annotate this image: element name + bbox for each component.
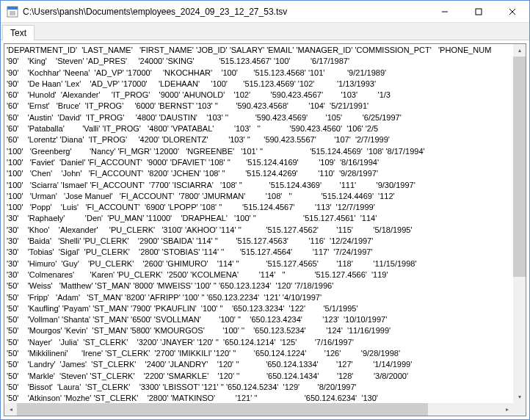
window-controls bbox=[428, 1, 529, 23]
window-frame: C:\Users\pansh\Documents\employees_2024_… bbox=[0, 0, 530, 420]
vertical-scrollbar[interactable]: ▴ ▾ bbox=[513, 44, 526, 403]
svg-rect-6 bbox=[476, 9, 482, 15]
window-title: C:\Users\pansh\Documents\employees_2024_… bbox=[23, 7, 428, 17]
hscroll-track[interactable] bbox=[17, 403, 501, 416]
svg-rect-1 bbox=[7, 7, 18, 10]
tab-text[interactable]: Text bbox=[2, 25, 35, 40]
scroll-down-button[interactable]: ▾ bbox=[513, 391, 526, 403]
text-body[interactable]: 'DEPARTMENT_ID' 'LAST_NAME' 'FIRST_NAME'… bbox=[4, 44, 513, 403]
scroll-left-button[interactable]: ◂ bbox=[4, 403, 17, 416]
scroll-right-button[interactable]: ▸ bbox=[501, 403, 513, 416]
vscroll-track[interactable] bbox=[513, 57, 526, 391]
hscroll-thumb[interactable] bbox=[17, 403, 428, 416]
horizontal-scrollbar[interactable]: ◂ ▸ bbox=[4, 403, 513, 416]
minimize-button[interactable] bbox=[428, 1, 462, 23]
app-icon bbox=[7, 6, 18, 18]
maximize-button[interactable] bbox=[462, 1, 495, 23]
scroll-up-button[interactable]: ▴ bbox=[513, 44, 526, 57]
tab-bar: Text bbox=[1, 23, 529, 40]
titlebar[interactable]: C:\Users\pansh\Documents\employees_2024_… bbox=[1, 1, 529, 23]
content-area: 'DEPARTMENT_ID' 'LAST_NAME' 'FIRST_NAME'… bbox=[1, 40, 529, 419]
vscroll-thumb[interactable] bbox=[513, 57, 526, 277]
scroll-corner bbox=[513, 403, 526, 416]
text-panel: 'DEPARTMENT_ID' 'LAST_NAME' 'FIRST_NAME'… bbox=[4, 43, 526, 416]
close-button[interactable] bbox=[495, 1, 529, 23]
